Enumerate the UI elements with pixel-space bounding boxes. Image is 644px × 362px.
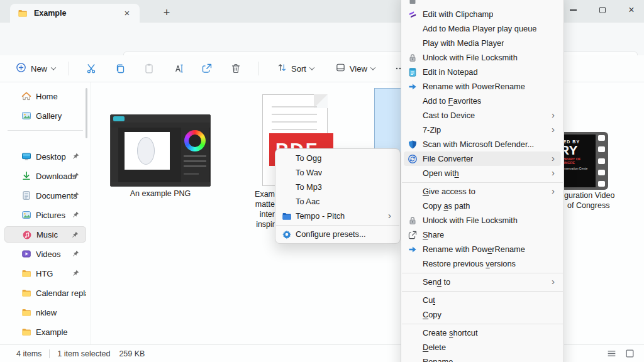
menu-item-give-access-to[interactable]: Give access to›: [404, 184, 561, 199]
menu-separator: [402, 324, 563, 324]
sidebar-item-nklew[interactable]: nklew: [4, 304, 86, 321]
sidebar-item-home[interactable]: Home: [4, 88, 86, 104]
sidebar-item-label: Desktop: [36, 152, 66, 162]
menu-item-edit-in-notepad[interactable]: Edit in Notepad: [404, 65, 561, 79]
sidebar-item-documents[interactable]: Documents: [4, 187, 86, 204]
rename-button[interactable]: [166, 58, 190, 79]
menu-item-label: Restore previous versions: [423, 259, 516, 268]
menu-item-tempo-pitch[interactable]: Tempo - Pitch›: [278, 209, 397, 223]
menu-item-copy[interactable]: Copy: [404, 307, 561, 322]
menu-item-unlock-with-file-locksmith[interactable]: Unlock with File Locksmith: [404, 213, 561, 228]
menu-item-label: Copy: [423, 310, 441, 319]
menu-item-label: To Ogg: [296, 153, 321, 163]
lock-icon: [408, 216, 418, 226]
menu-item-open-with[interactable]: Open with›: [404, 166, 561, 180]
sidebar-item-music[interactable]: Music: [4, 226, 86, 243]
menu-item-to-wav[interactable]: To Wav: [278, 165, 397, 180]
menu-item-to-ogg[interactable]: To Ogg: [278, 151, 397, 165]
sidebar-item-videos[interactable]: Videos: [4, 246, 86, 262]
powerrename-icon: [408, 244, 418, 255]
close-button[interactable]: ×: [618, 0, 644, 20]
copy-button[interactable]: [108, 58, 132, 79]
sidebar-item-downloads[interactable]: Downloads: [4, 168, 86, 184]
menu-item-create-shortcut[interactable]: Create shortcut: [404, 326, 561, 340]
menu-item-unlock-with-file-locksmith[interactable]: Unlock with File Locksmith: [404, 50, 561, 65]
tab-close-icon[interactable]: ×: [121, 7, 133, 19]
gallery-icon: [21, 111, 31, 121]
menu-item-cut[interactable]: Cut: [404, 293, 561, 307]
chevron-down-icon: [309, 65, 314, 70]
menu-item-add-to-media-player-play-queue[interactable]: Add to Media Player play queue: [404, 21, 561, 36]
menu-item-cast-to-device[interactable]: Cast to Device›: [404, 108, 561, 123]
menu-item-label: Share: [423, 230, 444, 239]
sidebar-item-label: Videos: [36, 250, 61, 259]
menu-item-label: Unlock with File Locksmith: [423, 53, 518, 62]
file-name-label: guration Video of Congress: [557, 190, 644, 211]
menu-item-add-to-favorites[interactable]: Add to Favorites: [404, 94, 561, 108]
menu-item-share[interactable]: Share: [404, 228, 561, 242]
toolbar-divider: [69, 62, 69, 75]
menu-item-configure-presets[interactable]: Configure presets...: [278, 227, 397, 241]
menu-item-file-converter[interactable]: File Converter›: [404, 151, 561, 166]
clipchamp-icon: [408, 9, 418, 19]
folder-icon: [21, 327, 31, 337]
menu-item-label: Scan with Microsoft Defender...: [423, 140, 534, 149]
new-button-label: New: [31, 64, 47, 74]
sort-button[interactable]: Sort: [271, 59, 319, 78]
file-name-label: Exam matte inter inspir: [242, 189, 275, 229]
file-name-label: An example PNG: [97, 189, 223, 198]
desktop-icon: [21, 151, 31, 162]
submenu-chevron-icon: ›: [552, 124, 555, 134]
menu-item-copy-as-path[interactable]: Copy as path: [404, 199, 561, 213]
menu-item-label: Play with Media Player: [423, 38, 504, 48]
menu-item-label: Edit with Clipchamp: [423, 9, 493, 19]
sidebar-item-gallery[interactable]: Gallery: [4, 107, 86, 124]
sidebar-item-label: Home: [36, 92, 58, 101]
menu-item-label: File Converter: [423, 154, 473, 163]
icons-view-toggle[interactable]: [625, 348, 635, 361]
sidebar-item-htg[interactable]: HTG: [4, 265, 86, 282]
new-button[interactable]: New: [10, 59, 61, 78]
menu-item-7-zip[interactable]: 7-Zip›: [404, 123, 561, 137]
menu-item-edit-with-clipchamp[interactable]: Edit with Clipchamp: [404, 7, 561, 21]
maximize-button[interactable]: [589, 0, 616, 20]
delete-button[interactable]: [224, 58, 248, 79]
sidebar-item-calendar-replace[interactable]: Calendar replace: [4, 285, 86, 301]
partial-icon: [408, 0, 418, 5]
sidebar-item-example[interactable]: Example: [4, 324, 86, 340]
menu-item-rename-with-powerrename[interactable]: Rename with PowerRename: [404, 242, 561, 256]
menu-item-label: Edit in Notepad: [423, 67, 478, 77]
tab-example[interactable]: Example ×: [10, 4, 140, 23]
menu-item-to-aac[interactable]: To Aac: [278, 194, 397, 209]
view-button[interactable]: View: [330, 59, 380, 78]
view-icon: [335, 62, 346, 75]
menu-item-scan-with-microsoft-defender[interactable]: Scan with Microsoft Defender...: [404, 137, 561, 151]
new-tab-button[interactable]: +: [158, 5, 175, 21]
submenu-chevron-icon: ›: [552, 276, 555, 287]
sidebar-item-label: Example: [36, 327, 68, 337]
menu-item-restore-previous-versions[interactable]: Restore previous versions: [404, 256, 561, 271]
menu-item-label: Give access to: [423, 187, 475, 196]
menu-item-label: Copy as path: [423, 201, 470, 211]
menu-separator: [402, 273, 563, 273]
sidebar-item-desktop[interactable]: Desktop: [4, 148, 86, 165]
minimize-icon: [570, 9, 577, 10]
cut-button[interactable]: [79, 58, 103, 79]
navigation-pane: HomeGalleryDesktopDownloadsDocumentsPict…: [0, 82, 91, 344]
share-button[interactable]: [195, 58, 219, 79]
menu-item-send-to[interactable]: Send to›: [404, 275, 561, 289]
chevron-down-icon: [51, 65, 56, 70]
paste-button[interactable]: [137, 58, 161, 79]
details-view-toggle[interactable]: [606, 348, 617, 361]
menu-item-delete[interactable]: Delete: [404, 340, 561, 354]
menu-item-to-mp3[interactable]: To Mp3: [278, 180, 397, 194]
maximize-icon: [599, 7, 606, 13]
sidebar-scrollbar[interactable]: [86, 88, 87, 138]
menu-item-label: 7-Zip: [423, 125, 441, 134]
menu-item-rename-with-powerrename[interactable]: Rename with PowerRename: [404, 79, 561, 94]
menu-item-play-with-media-player[interactable]: Play with Media Player: [404, 36, 561, 50]
menu-item-rename[interactable]: Rename: [404, 354, 561, 362]
menu-separator: [402, 182, 563, 183]
sidebar-item-pictures[interactable]: Pictures: [4, 207, 86, 223]
sort-button-label: Sort: [291, 64, 306, 74]
